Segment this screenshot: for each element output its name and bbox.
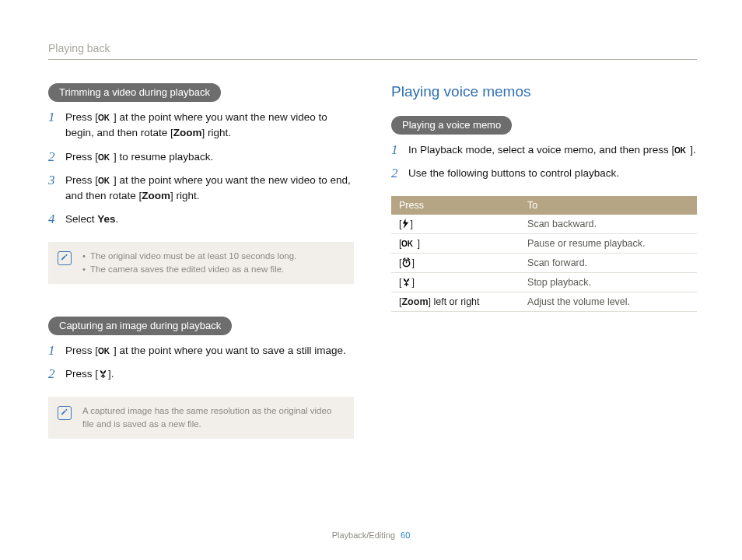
steps-trimming: Press [] at the point where you want the…: [48, 110, 354, 228]
bracket: ]: [410, 219, 412, 229]
section-title: Playing voice memos: [391, 83, 697, 100]
note-item: The original video must be at least 10 s…: [82, 250, 296, 263]
text: Press [: [65, 368, 98, 380]
table-row: [] Scan backward.: [391, 215, 697, 234]
text: ] to resume playback.: [114, 151, 213, 163]
note-capturing: A captured image has the same resolution…: [48, 397, 354, 439]
timer-icon: [401, 257, 411, 268]
text: .: [116, 213, 119, 225]
note-item: The camera saves the edited video as a n…: [82, 263, 296, 276]
zoom-label: Zoom: [401, 296, 428, 307]
th-press: Press: [391, 196, 520, 215]
text: ].: [690, 144, 696, 156]
text: Press [: [65, 345, 98, 356]
zoom-label: Zoom: [142, 190, 170, 201]
ok-icon: [674, 145, 690, 155]
text: Select: [65, 213, 97, 225]
footer-section: Playback/Editing: [332, 530, 395, 540]
note-icon: [58, 251, 72, 265]
cell-to: Pause or resume playback.: [520, 233, 697, 253]
bracket: ]: [411, 257, 414, 268]
macro-icon: [401, 277, 411, 287]
text: ] at the point where you want to save a …: [114, 345, 346, 356]
steps-voice: In Playback mode, select a voice memo, a…: [391, 142, 697, 182]
text: ] right.: [170, 190, 200, 201]
page-number: 60: [401, 530, 410, 540]
cell-to: Scan forward.: [520, 253, 697, 272]
page-footer: Playback/Editing 60: [0, 530, 742, 540]
text: ] left or right: [429, 296, 480, 307]
ok-icon: [98, 113, 114, 122]
step-4: Select Yes.: [48, 212, 354, 227]
ok-icon: [401, 239, 417, 248]
cell-to: Adjust the volume level.: [520, 292, 697, 311]
right-column: Playing voice memos Playing a voice memo…: [391, 83, 697, 460]
ok-icon: [98, 176, 114, 185]
text: Press [: [65, 151, 98, 163]
text: ] right.: [202, 127, 232, 138]
steps-capturing: Press [] at the point where you want to …: [48, 343, 354, 383]
cell-to: Scan backward.: [520, 215, 697, 234]
text: ].: [108, 368, 114, 380]
bracket: ]: [417, 238, 419, 249]
controls-table: Press To [] Scan backward. [] Pause or r…: [391, 196, 697, 312]
text: Press [: [65, 174, 98, 186]
cell-to: Stop playback.: [520, 272, 697, 292]
step-2: Use the following buttons to control pla…: [391, 166, 697, 181]
th-to: To: [520, 196, 697, 215]
ok-icon: [98, 152, 114, 162]
table-row: [] Scan forward.: [391, 253, 697, 272]
table-row: [] Pause or resume playback.: [391, 233, 697, 253]
note-icon: [58, 406, 72, 420]
text: In Playback mode, select a voice memo, a…: [408, 144, 674, 156]
note-trimming: The original video must be at least 10 s…: [48, 242, 354, 285]
note-text: A captured image has the same resolution…: [82, 404, 345, 432]
step-2: Press [] to resume playback.: [48, 149, 354, 165]
step-3: Press [] at the point where you want the…: [48, 173, 354, 205]
pill-trimming: Trimming a video during playback: [48, 83, 221, 102]
pill-capturing: Capturing an image during playback: [48, 317, 232, 335]
zoom-label: Zoom: [173, 127, 202, 138]
step-1: Press [] at the point where you want the…: [48, 110, 354, 142]
running-header: Playing back: [48, 42, 697, 60]
macro-icon: [98, 369, 108, 379]
step-1: Press [] at the point where you want to …: [48, 343, 354, 359]
left-column: Trimming a video during playback Press […: [48, 83, 354, 460]
bracket: ]: [411, 277, 414, 288]
ok-icon: [98, 346, 114, 355]
pill-voice-memo: Playing a voice memo: [391, 116, 512, 135]
table-row: [Zoom] left or right Adjust the volume l…: [391, 292, 697, 311]
step-1: In Playback mode, select a voice memo, a…: [391, 142, 697, 158]
yes-label: Yes: [97, 213, 115, 225]
text: Press [: [65, 111, 98, 123]
step-2: Press [].: [48, 366, 354, 382]
flash-icon: [401, 219, 410, 229]
table-row: [] Stop playback.: [391, 272, 697, 292]
